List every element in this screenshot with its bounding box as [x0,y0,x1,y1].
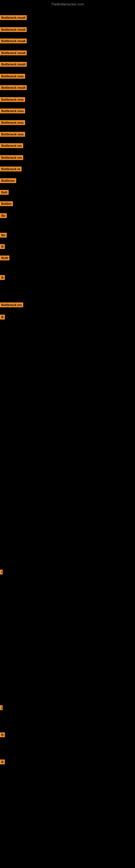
bottleneck-badge-27: B [0,733,5,737]
bottleneck-badge-17: Bottlen [0,201,13,206]
bottleneck-badge-26: | [0,705,3,710]
bottleneck-badge-9: Bottleneck resu [0,108,25,113]
bottleneck-badge-5: Bottleneck result [0,62,27,67]
bottleneck-badge-20: B [0,244,5,249]
bottleneck-badge-7: Bottleneck result [0,85,27,90]
bottleneck-badge-24: B [0,315,5,319]
bottleneck-badge-16: Bott [0,190,9,195]
bottleneck-badge-2: Bottleneck result [0,27,27,32]
bottleneck-badge-23: Bottleneck res [0,303,23,307]
bottleneck-badge-21: Bottl [0,255,9,260]
bottleneck-badge-6: Bottleneck resu [0,74,25,79]
bottleneck-badge-25: | [0,569,3,575]
bottleneck-badge-28: B [0,760,5,764]
bottleneck-badge-3: Bottleneck result [0,38,27,43]
bottleneck-badge-11: Bottleneck resu [0,132,25,137]
bottleneck-badge-14: Bottleneck re [0,166,21,172]
bottleneck-badge-10: Bottleneck resu [0,120,25,125]
bottleneck-badge-12: Bottleneck res [0,143,23,148]
bottleneck-badge-19: Bo [0,233,7,238]
bottleneck-badge-15: Bottlenec [0,178,16,183]
bottleneck-badge-13: Bottleneck res [0,155,23,160]
bottleneck-badge-18: Bo [0,213,7,218]
bottleneck-badge-1: Bottleneck result [0,15,27,20]
site-title: TheBottlenecker.com [0,2,135,6]
bottleneck-badge-8: Bottleneck resu [0,97,25,102]
bottleneck-badge-22: B [0,275,5,280]
bottleneck-badge-4: Bottleneck result [0,51,27,55]
